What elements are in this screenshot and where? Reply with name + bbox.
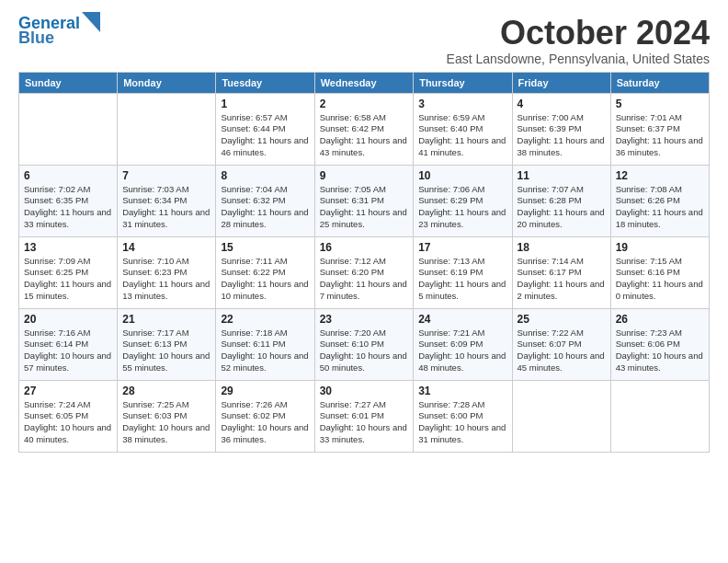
calendar-header-row: Sunday Monday Tuesday Wednesday Thursday… — [19, 72, 710, 93]
day-number: 14 — [122, 241, 210, 254]
calendar-cell: 8Sunrise: 7:04 AMSunset: 6:32 PMDaylight… — [216, 165, 314, 236]
day-info: Sunrise: 6:58 AMSunset: 6:42 PMDaylight:… — [320, 112, 409, 159]
day-number: 2 — [320, 98, 409, 110]
day-number: 15 — [221, 241, 309, 254]
logo-icon — [82, 12, 100, 32]
day-info: Sunrise: 7:01 AMSunset: 6:37 PMDaylight:… — [616, 112, 704, 159]
day-info: Sunrise: 6:59 AMSunset: 6:40 PMDaylight:… — [418, 112, 506, 159]
day-info: Sunrise: 7:08 AMSunset: 6:26 PMDaylight:… — [616, 184, 704, 231]
calendar-week-3: 20Sunrise: 7:16 AMSunset: 6:14 PMDayligh… — [19, 308, 710, 380]
calendar-cell: 26Sunrise: 7:23 AMSunset: 6:06 PMDayligh… — [610, 308, 709, 380]
calendar-cell: 5Sunrise: 7:01 AMSunset: 6:37 PMDaylight… — [610, 93, 709, 165]
calendar-cell: 22Sunrise: 7:18 AMSunset: 6:11 PMDayligh… — [216, 308, 314, 380]
title-area: October 2024 East Lansdowne, Pennsylvani… — [447, 15, 710, 66]
header-monday: Monday — [118, 72, 216, 93]
day-info: Sunrise: 7:21 AMSunset: 6:09 PMDaylight:… — [418, 327, 506, 374]
calendar-cell: 28Sunrise: 7:25 AMSunset: 6:03 PMDayligh… — [118, 380, 216, 452]
calendar-cell: 16Sunrise: 7:12 AMSunset: 6:20 PMDayligh… — [314, 236, 414, 308]
calendar-cell: 13Sunrise: 7:09 AMSunset: 6:25 PMDayligh… — [19, 236, 118, 308]
header: General Blue October 2024 East Lansdowne… — [18, 15, 710, 66]
day-info: Sunrise: 7:28 AMSunset: 6:00 PMDaylight:… — [418, 399, 506, 446]
header-tuesday: Tuesday — [216, 72, 314, 93]
day-info: Sunrise: 7:20 AMSunset: 6:10 PMDaylight:… — [320, 327, 409, 374]
day-info: Sunrise: 7:06 AMSunset: 6:29 PMDaylight:… — [418, 184, 506, 231]
day-info: Sunrise: 7:24 AMSunset: 6:05 PMDaylight:… — [24, 399, 112, 446]
calendar-cell: 3Sunrise: 6:59 AMSunset: 6:40 PMDaylight… — [414, 93, 512, 165]
calendar-cell: 31Sunrise: 7:28 AMSunset: 6:00 PMDayligh… — [414, 380, 512, 452]
calendar-cell: 15Sunrise: 7:11 AMSunset: 6:22 PMDayligh… — [216, 236, 314, 308]
day-number: 29 — [221, 385, 309, 397]
day-info: Sunrise: 7:04 AMSunset: 6:32 PMDaylight:… — [221, 184, 309, 231]
calendar-cell — [610, 380, 709, 452]
day-number: 4 — [518, 98, 606, 110]
day-number: 22 — [221, 313, 309, 326]
calendar-cell: 4Sunrise: 7:00 AMSunset: 6:39 PMDaylight… — [512, 93, 610, 165]
day-info: Sunrise: 7:15 AMSunset: 6:16 PMDaylight:… — [616, 256, 704, 303]
day-number: 27 — [24, 385, 112, 397]
calendar-table: Sunday Monday Tuesday Wednesday Thursday… — [18, 72, 710, 453]
day-number: 10 — [418, 169, 506, 182]
day-number: 11 — [518, 169, 606, 182]
day-number: 8 — [221, 169, 309, 182]
day-number: 17 — [418, 241, 506, 254]
day-info: Sunrise: 7:16 AMSunset: 6:14 PMDaylight:… — [24, 327, 112, 374]
day-number: 12 — [616, 169, 704, 182]
day-number: 25 — [518, 313, 606, 326]
calendar-cell: 27Sunrise: 7:24 AMSunset: 6:05 PMDayligh… — [19, 380, 118, 452]
day-info: Sunrise: 7:13 AMSunset: 6:19 PMDaylight:… — [418, 256, 506, 303]
month-title: October 2024 — [447, 15, 710, 52]
day-number: 31 — [418, 385, 506, 397]
day-info: Sunrise: 7:12 AMSunset: 6:20 PMDaylight:… — [320, 256, 409, 303]
calendar-cell: 30Sunrise: 7:27 AMSunset: 6:01 PMDayligh… — [314, 380, 414, 452]
calendar-cell: 10Sunrise: 7:06 AMSunset: 6:29 PMDayligh… — [414, 165, 512, 236]
day-info: Sunrise: 7:03 AMSunset: 6:34 PMDaylight:… — [122, 184, 210, 231]
day-number: 24 — [418, 313, 506, 326]
day-number: 6 — [24, 169, 112, 182]
day-number: 28 — [122, 385, 210, 397]
calendar-cell: 19Sunrise: 7:15 AMSunset: 6:16 PMDayligh… — [610, 236, 709, 308]
day-number: 18 — [518, 241, 606, 254]
calendar-cell: 29Sunrise: 7:26 AMSunset: 6:02 PMDayligh… — [216, 380, 314, 452]
day-info: Sunrise: 7:26 AMSunset: 6:02 PMDaylight:… — [221, 399, 309, 446]
day-number: 7 — [122, 169, 210, 182]
day-info: Sunrise: 7:07 AMSunset: 6:28 PMDaylight:… — [518, 184, 606, 231]
calendar-week-2: 13Sunrise: 7:09 AMSunset: 6:25 PMDayligh… — [19, 236, 710, 308]
calendar-cell: 24Sunrise: 7:21 AMSunset: 6:09 PMDayligh… — [414, 308, 512, 380]
calendar-cell: 1Sunrise: 6:57 AMSunset: 6:44 PMDaylight… — [216, 93, 314, 165]
day-info: Sunrise: 7:11 AMSunset: 6:22 PMDaylight:… — [221, 256, 309, 303]
calendar-cell: 12Sunrise: 7:08 AMSunset: 6:26 PMDayligh… — [610, 165, 709, 236]
calendar-cell: 17Sunrise: 7:13 AMSunset: 6:19 PMDayligh… — [414, 236, 512, 308]
page: General Blue October 2024 East Lansdowne… — [0, 0, 728, 563]
day-info: Sunrise: 7:23 AMSunset: 6:06 PMDaylight:… — [616, 327, 704, 374]
calendar-cell: 9Sunrise: 7:05 AMSunset: 6:31 PMDaylight… — [314, 165, 414, 236]
header-thursday: Thursday — [414, 72, 512, 93]
calendar-cell — [19, 93, 118, 165]
calendar-cell — [512, 380, 610, 452]
calendar-cell: 23Sunrise: 7:20 AMSunset: 6:10 PMDayligh… — [314, 308, 414, 380]
day-info: Sunrise: 7:09 AMSunset: 6:25 PMDaylight:… — [24, 256, 112, 303]
day-info: Sunrise: 7:02 AMSunset: 6:35 PMDaylight:… — [24, 184, 112, 231]
day-number: 30 — [320, 385, 409, 397]
day-info: Sunrise: 6:57 AMSunset: 6:44 PMDaylight:… — [221, 112, 309, 159]
day-info: Sunrise: 7:00 AMSunset: 6:39 PMDaylight:… — [518, 112, 606, 159]
calendar-cell: 6Sunrise: 7:02 AMSunset: 6:35 PMDaylight… — [19, 165, 118, 236]
day-info: Sunrise: 7:22 AMSunset: 6:07 PMDaylight:… — [518, 327, 606, 374]
day-number: 20 — [24, 313, 112, 326]
calendar-week-0: 1Sunrise: 6:57 AMSunset: 6:44 PMDaylight… — [19, 93, 710, 165]
day-number: 19 — [616, 241, 704, 254]
calendar-cell: 20Sunrise: 7:16 AMSunset: 6:14 PMDayligh… — [19, 308, 118, 380]
day-number: 5 — [616, 98, 704, 110]
header-friday: Friday — [512, 72, 610, 93]
header-saturday: Saturday — [610, 72, 709, 93]
day-number: 1 — [221, 98, 309, 110]
day-info: Sunrise: 7:25 AMSunset: 6:03 PMDaylight:… — [122, 399, 210, 446]
day-info: Sunrise: 7:17 AMSunset: 6:13 PMDaylight:… — [122, 327, 210, 374]
svg-marker-0 — [82, 12, 100, 32]
day-info: Sunrise: 7:14 AMSunset: 6:17 PMDaylight:… — [518, 256, 606, 303]
day-number: 3 — [418, 98, 506, 110]
calendar-cell: 21Sunrise: 7:17 AMSunset: 6:13 PMDayligh… — [118, 308, 216, 380]
day-number: 21 — [122, 313, 210, 326]
logo-blue: Blue — [18, 29, 54, 48]
calendar-week-4: 27Sunrise: 7:24 AMSunset: 6:05 PMDayligh… — [19, 380, 710, 452]
header-wednesday: Wednesday — [314, 72, 414, 93]
